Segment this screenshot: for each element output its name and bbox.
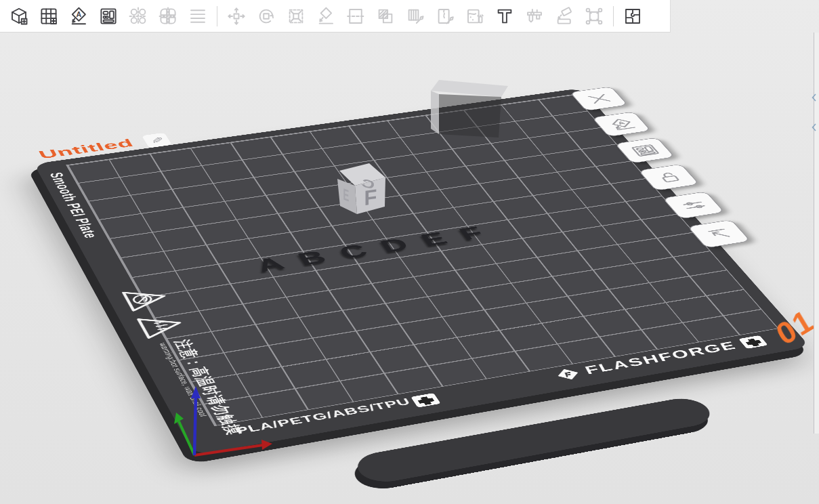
text-tool-button[interactable] [490,3,520,30]
auto-layout-icon [98,6,119,26]
calibration-marker [738,335,768,349]
assembly-view-button[interactable] [618,3,648,30]
toolbar-group-align [123,3,213,30]
align-objects-button[interactable] [123,3,153,30]
edit-plate-name-icon[interactable]: ✎ [142,133,172,148]
align-plates-button[interactable] [153,3,183,30]
toolbar-group-assembly [618,3,648,30]
translucent-box-model[interactable] [425,72,527,140]
cube-left-letter: E [343,184,350,205]
color-paint-button[interactable] [460,3,490,30]
support-paint-button[interactable] [400,3,430,30]
seam-paint-button[interactable] [430,3,460,30]
seam-paint-icon [435,6,455,26]
svg-text:A: A [77,10,82,18]
cube-front-letter: F [364,185,377,210]
text-icon [495,6,515,26]
emboss-button[interactable] [549,3,579,30]
z-axis [194,396,196,455]
main-toolbar: A [0,0,671,33]
auto-layout-button[interactable] [93,3,123,30]
letter-cube-model[interactable]: C F E [335,160,390,217]
emboss-icon [554,6,574,26]
toolbar-group-add: A [4,3,123,30]
cut-icon [345,6,366,26]
letter-model-B[interactable]: B [293,247,331,270]
arrow-up-left-icon [700,225,739,243]
move-icon [226,6,247,26]
flashforge-logo-icon [553,366,583,381]
fixture-button[interactable] [579,3,609,30]
calibration-marker [411,393,440,407]
support-paint-icon [405,6,425,26]
distribute-button[interactable] [183,3,213,30]
auto-arrange-button[interactable]: A [64,3,93,30]
origin-axes [163,379,285,474]
auto-arrange-icon: A [603,117,639,132]
close-icon [581,91,616,106]
assembly-icon [623,6,643,26]
rotate-button[interactable] [251,3,281,30]
letter-model-D[interactable]: D [376,234,413,256]
place-on-face-button[interactable] [311,3,341,30]
panel-expand-handle[interactable] [810,92,818,103]
align-circles-icon [128,6,148,26]
scale-icon [286,6,306,26]
add-plate-icon [39,6,59,26]
y-axis [179,421,194,455]
align-plates-icon [158,6,178,26]
add-model-icon [9,6,29,26]
plate-handle [350,395,718,486]
lock-open-icon [650,169,688,186]
measure-button[interactable] [520,3,549,30]
auto-layout-icon [626,142,663,159]
add-model-button[interactable] [4,3,34,30]
color-paint-icon [465,6,485,26]
add-plate-button[interactable] [34,3,64,30]
move-button[interactable] [222,3,251,30]
letter-model-E[interactable]: E [416,228,451,250]
auto-arrange-icon: A [68,6,89,26]
build-plate: Untitled ✎ Smooth PEI Plate 注意：高温时请勿触摸 w… [34,88,810,455]
toolbar-separator [613,6,614,26]
toolbar-separator [217,6,217,26]
sliders-icon [674,196,713,213]
x-axis [194,445,263,455]
distribute-icon [188,6,208,26]
letter-model-C[interactable]: C [335,240,372,263]
collapsed-right-panel [814,33,819,434]
scale-button[interactable] [281,3,311,30]
measure-icon [524,6,545,26]
rotate-icon [256,6,276,26]
panel-expand-handle[interactable] [810,122,818,133]
place-on-face-icon [316,6,336,26]
viewport-3d[interactable]: 01 Untitled ✎ Smooth PEI Plate 注意：高温时请勿触… [0,0,819,504]
boolean-button[interactable] [371,3,400,30]
boolean-icon [375,6,396,26]
cut-button[interactable] [341,3,371,30]
toolbar-group-transform [222,3,609,30]
fixture-icon [584,6,604,26]
